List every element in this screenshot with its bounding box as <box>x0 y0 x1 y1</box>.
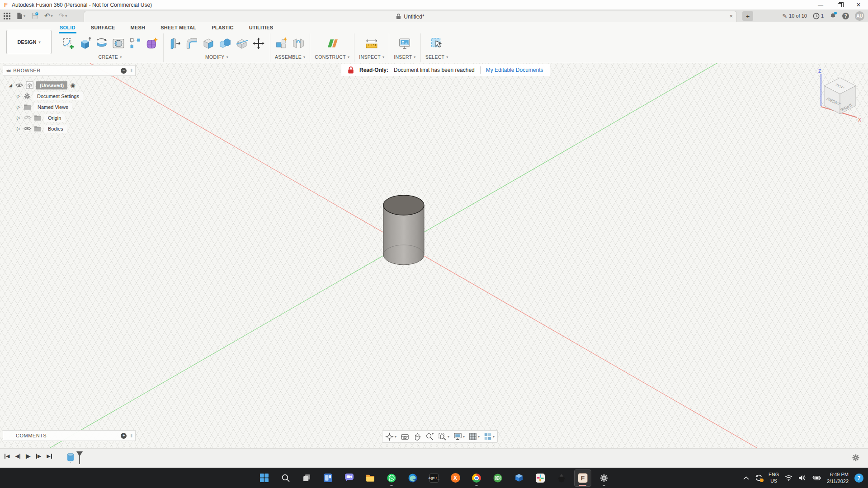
edge-button[interactable] <box>404 469 421 487</box>
orbit-button[interactable]: ▾ <box>385 432 396 441</box>
chrome-button[interactable] <box>468 469 485 487</box>
redo-button[interactable]: ↷ ▾ <box>59 12 67 19</box>
chat-button[interactable] <box>340 469 358 487</box>
tree-row-named-views[interactable]: ▷ Named Views <box>3 102 136 112</box>
fillet-button[interactable] <box>185 37 198 50</box>
shell-button[interactable] <box>202 37 215 50</box>
file-explorer-button[interactable] <box>362 469 379 487</box>
user-avatar[interactable]: AU <box>855 11 864 21</box>
editable-documents-counter[interactable]: ✎ 10 of 10 <box>782 13 807 19</box>
fusion360-taskbar-button[interactable]: F <box>574 469 591 487</box>
tree-item-label[interactable]: Document Settings <box>33 92 83 100</box>
pattern-button[interactable] <box>128 37 142 50</box>
new-component-button[interactable] <box>275 37 288 50</box>
joint-button[interactable] <box>292 37 305 50</box>
fit-button[interactable]: ▾ <box>438 432 449 441</box>
tab-sheet-metal[interactable]: SHEET METAL <box>160 23 197 33</box>
go-to-start-button[interactable]: ◀ <box>5 453 9 459</box>
tree-row-document-settings[interactable]: ▷ Document Settings <box>3 91 136 101</box>
restore-button[interactable] <box>830 0 849 10</box>
press-pull-button[interactable] <box>168 37 182 50</box>
measure-button[interactable] <box>365 37 378 50</box>
pan-button[interactable] <box>413 432 421 441</box>
panel-minus-button[interactable]: − <box>121 68 127 74</box>
job-status-button[interactable]: 1 <box>813 13 824 19</box>
tab-utilities[interactable]: UTILITIES <box>248 23 274 33</box>
expand-closed-icon[interactable]: ▷ <box>16 115 21 120</box>
inkscape-button[interactable] <box>553 469 570 487</box>
browser-header[interactable]: ◀◀ BROWSER − ‖ <box>3 65 136 76</box>
workspace-selector[interactable]: DESIGN ▾ <box>6 30 52 54</box>
undo-button[interactable]: ↶ ▾ <box>44 12 53 19</box>
update-sync-button[interactable] <box>755 474 763 482</box>
activate-component-radio[interactable]: ◉ <box>70 82 75 89</box>
tree-row-root[interactable]: ◢ (Unsaved) ◉ <box>3 80 136 90</box>
tab-solid[interactable]: SOLID <box>59 23 76 33</box>
tab-surface[interactable]: SURFACE <box>90 23 116 33</box>
collapse-panel-icon[interactable]: ◀◀ <box>6 69 9 73</box>
notifications-button[interactable] <box>830 13 836 19</box>
grid-snap-button[interactable]: ▾ <box>469 432 480 441</box>
step-forward-button[interactable]: ▶ <box>36 453 41 459</box>
taskbar-search-button[interactable] <box>277 469 294 487</box>
expand-closed-icon[interactable]: ▷ <box>16 94 21 99</box>
insert-dropdown[interactable]: INSERT ▾ <box>394 53 415 61</box>
insert-canvas-button[interactable] <box>398 37 411 50</box>
help-button[interactable]: ? <box>842 13 849 19</box>
select-button[interactable] <box>430 37 443 50</box>
split-body-button[interactable] <box>235 37 249 50</box>
file-menu-button[interactable]: ▾ <box>16 12 25 19</box>
task-view-button[interactable] <box>298 469 315 487</box>
green-atom-app-button[interactable] <box>489 469 506 487</box>
language-indicator[interactable]: ENG US <box>769 472 779 483</box>
go-to-end-button[interactable]: ▶ <box>47 453 52 459</box>
3d-builder-button[interactable] <box>510 469 528 487</box>
timeline-settings-button[interactable] <box>852 454 860 462</box>
create-sketch-button[interactable] <box>61 37 75 50</box>
tab-plastic[interactable]: PLASTIC <box>211 23 234 33</box>
timeline-position-marker[interactable] <box>76 451 83 465</box>
display-settings-button[interactable]: ▾ <box>453 432 465 441</box>
save-button[interactable] <box>31 12 38 19</box>
xampp-button[interactable]: X <box>447 469 464 487</box>
play-button[interactable]: ▶ <box>26 453 31 459</box>
terminal-button[interactable]: &gt;_ <box>425 469 443 487</box>
visibility-eye-icon[interactable] <box>24 126 31 131</box>
construct-dropdown[interactable]: CONSTRUCT ▾ <box>315 53 349 61</box>
step-back-button[interactable]: ◀ <box>15 453 20 459</box>
revolve-button[interactable] <box>95 37 108 50</box>
add-comment-button[interactable]: + <box>121 433 127 439</box>
comments-header[interactable]: COMMENTS + ‖ <box>3 430 136 441</box>
start-button[interactable] <box>255 469 273 487</box>
close-button[interactable]: × <box>849 0 868 10</box>
visibility-eye-icon[interactable] <box>15 83 23 88</box>
app-grid-button[interactable] <box>4 13 10 19</box>
visibility-off-eye-icon[interactable] <box>24 115 31 120</box>
viewport-canvas[interactable]: TOP FRONT RIGHT Z X ◀◀ BROWSER − ‖ ◢ <box>0 63 868 448</box>
extrude-button[interactable] <box>78 37 92 50</box>
root-document-label[interactable]: (Unsaved) <box>36 81 67 89</box>
notification-center-badge[interactable]: 7 <box>854 474 863 483</box>
tree-row-origin[interactable]: ▷ Origin <box>3 113 136 123</box>
slack-button[interactable] <box>532 469 549 487</box>
tree-item-label[interactable]: Named Views <box>34 103 72 111</box>
wifi-icon[interactable] <box>785 475 793 481</box>
zoom-button[interactable] <box>425 432 434 441</box>
viewports-button[interactable]: ▾ <box>484 432 495 441</box>
construct-plane-button[interactable] <box>326 37 339 50</box>
cylinder-body[interactable] <box>375 189 434 270</box>
inspect-dropdown[interactable]: INSPECT ▾ <box>359 53 384 61</box>
tab-close-button[interactable]: × <box>729 13 733 19</box>
tree-item-label[interactable]: Bodies <box>44 125 67 133</box>
widgets-button[interactable] <box>319 469 336 487</box>
new-tab-button[interactable]: + <box>742 11 753 21</box>
look-at-button[interactable] <box>401 433 409 441</box>
whatsapp-button[interactable] <box>383 469 400 487</box>
battery-charging-icon[interactable] <box>812 475 821 481</box>
create-form-button[interactable] <box>145 37 159 50</box>
expand-closed-icon[interactable]: ▷ <box>16 126 21 131</box>
select-dropdown[interactable]: SELECT ▾ <box>425 53 448 61</box>
tab-mesh[interactable]: MESH <box>130 23 146 33</box>
expand-closed-icon[interactable]: ▷ <box>16 104 21 109</box>
move-copy-button[interactable] <box>252 37 265 50</box>
